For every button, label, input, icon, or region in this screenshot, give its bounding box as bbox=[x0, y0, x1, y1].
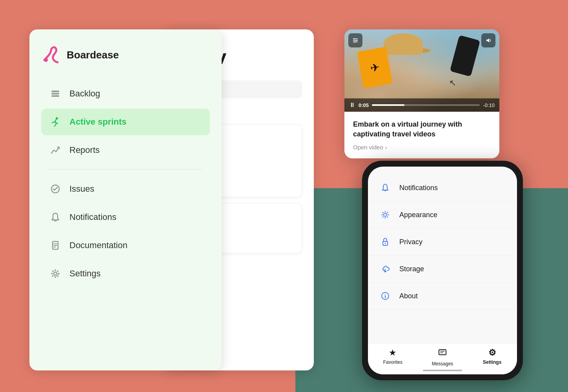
sidebar-item-settings[interactable]: Settings bbox=[41, 260, 210, 287]
svg-rect-2 bbox=[51, 93, 59, 94]
phone-menu-item-about[interactable]: About bbox=[368, 283, 517, 310]
progress-bar[interactable] bbox=[372, 104, 480, 106]
check-circle-icon bbox=[49, 183, 62, 195]
messages-icon bbox=[438, 348, 447, 359]
sidebar-item-issues[interactable]: Issues bbox=[41, 176, 210, 202]
svg-point-28 bbox=[385, 243, 386, 244]
sidebar-item-label-issues: Issues bbox=[69, 184, 95, 194]
video-title: Embark on a virtual journey with captiva… bbox=[353, 120, 491, 139]
video-card-body: Embark on a virtual journey with captiva… bbox=[344, 112, 499, 158]
phone-menu-label-appearance: Appearance bbox=[399, 211, 437, 219]
time-remaining: -0:10 bbox=[483, 102, 495, 108]
volume-btn[interactable] bbox=[481, 33, 495, 47]
phone-menu-label-storage: Storage bbox=[399, 265, 424, 273]
bell-icon bbox=[49, 211, 62, 223]
sidebar-item-documentation[interactable]: Documentation bbox=[41, 232, 210, 259]
chevron-right-icon: › bbox=[385, 144, 387, 151]
sidebar-header: Boardease bbox=[41, 45, 210, 65]
passport-icon: ✈ bbox=[357, 47, 392, 89]
svg-point-10 bbox=[54, 272, 57, 275]
nav-section-top: Backlog Active sprints Reports bbox=[41, 80, 210, 163]
sidebar-item-label-backlog: Backlog bbox=[69, 89, 100, 99]
sidebar-item-label-settings: Settings bbox=[69, 269, 101, 279]
phone-menu-item-notifications[interactable]: Notifications bbox=[368, 174, 517, 201]
sidebar-item-label-reports: Reports bbox=[69, 145, 100, 155]
phone-tab-settings[interactable]: ⚙ Settings bbox=[467, 348, 517, 367]
phone-menu-item-storage[interactable]: Storage bbox=[368, 256, 517, 283]
phone-menu-item-appearance[interactable]: Appearance bbox=[368, 201, 517, 229]
sidebar-item-label-notifications: Notifications bbox=[69, 212, 117, 222]
svg-rect-32 bbox=[439, 350, 446, 355]
settings-video-btn[interactable] bbox=[348, 33, 362, 47]
svg-point-31 bbox=[385, 294, 386, 295]
progress-fill bbox=[372, 104, 404, 106]
phone-tab-label-favorites: Favorites bbox=[383, 359, 402, 365]
app-title: Boardease bbox=[67, 49, 119, 61]
time-current: 0:05 bbox=[359, 102, 369, 108]
nav-section-bottom: Issues Notifications Docum bbox=[41, 176, 210, 287]
svg-line-25 bbox=[387, 212, 388, 213]
svg-point-18 bbox=[384, 213, 387, 216]
video-thumbnail: ✈ ↖ ⏸ bbox=[344, 29, 499, 112]
sidebar-panel: Boardease Backlog Active sprints bbox=[29, 29, 222, 370]
play-pause-btn[interactable]: ⏸ bbox=[349, 102, 355, 109]
video-top-controls bbox=[348, 33, 495, 47]
svg-rect-1 bbox=[51, 91, 59, 92]
svg-point-16 bbox=[356, 40, 357, 41]
video-card: ✈ ↖ ⏸ bbox=[344, 29, 499, 158]
open-video-link[interactable]: Open video › bbox=[353, 144, 491, 151]
phone-menu-label-notifications: Notifications bbox=[399, 184, 438, 192]
layers-icon bbox=[49, 87, 62, 100]
phone-bell-icon bbox=[379, 181, 391, 194]
svg-point-11 bbox=[52, 270, 58, 277]
svg-line-26 bbox=[383, 217, 383, 217]
phone-info-icon bbox=[379, 290, 391, 302]
phone-menu-label-about: About bbox=[399, 292, 418, 300]
cursor-icon: ↖ bbox=[449, 78, 456, 88]
phone-tab-messages[interactable]: Messages bbox=[418, 348, 468, 367]
svg-point-15 bbox=[354, 38, 355, 40]
phone-screen: Notifications bbox=[368, 167, 517, 374]
runner-icon bbox=[49, 116, 62, 128]
svg-point-0 bbox=[44, 58, 48, 62]
phone-settings-icon: ⚙ bbox=[488, 348, 496, 358]
open-video-label: Open video bbox=[353, 144, 383, 151]
phone-menu-label-privacy: Privacy bbox=[399, 238, 422, 246]
phone-mockup: Notifications bbox=[362, 161, 523, 380]
svg-rect-3 bbox=[51, 95, 59, 97]
sidebar-item-reports[interactable]: Reports bbox=[41, 137, 210, 163]
sidebar-item-label-active-sprints: Active sprints bbox=[69, 117, 127, 127]
nav-divider bbox=[49, 169, 202, 170]
svg-line-23 bbox=[383, 212, 383, 213]
logo-icon bbox=[41, 45, 61, 65]
phone-tab-label-messages: Messages bbox=[432, 361, 453, 367]
phone-lock-icon bbox=[379, 236, 391, 248]
sidebar-item-active-sprints[interactable]: Active sprints bbox=[41, 109, 210, 135]
phone-menu-item-privacy[interactable]: Privacy bbox=[368, 229, 517, 256]
video-controls-overlay: ⏸ 0:05 -0:10 bbox=[344, 98, 499, 112]
phone-cloud-icon bbox=[379, 263, 391, 275]
gear-icon bbox=[49, 267, 62, 280]
sidebar-item-label-documentation: Documentation bbox=[69, 240, 127, 250]
phone-inner: Notifications bbox=[368, 167, 517, 310]
phone-tab-label-settings: Settings bbox=[483, 359, 501, 365]
sidebar-item-notifications[interactable]: Notifications bbox=[41, 204, 210, 230]
chart-icon bbox=[49, 144, 62, 156]
svg-point-17 bbox=[354, 42, 355, 43]
sidebar-item-backlog[interactable]: Backlog bbox=[41, 80, 210, 107]
star-icon: ★ bbox=[389, 348, 397, 358]
phone-tab-favorites[interactable]: ★ Favorites bbox=[368, 348, 418, 367]
phone-sun-icon bbox=[379, 209, 391, 221]
home-indicator bbox=[423, 370, 462, 371]
file-icon bbox=[49, 239, 62, 252]
svg-line-24 bbox=[387, 217, 388, 217]
